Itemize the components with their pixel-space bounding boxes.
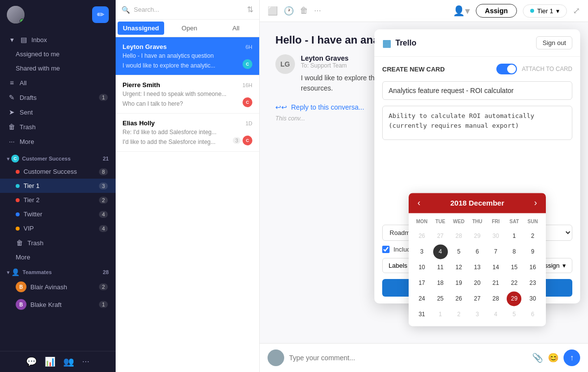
- cal-day[interactable]: 9: [525, 244, 540, 259]
- cal-day[interactable]: 18: [433, 276, 448, 290]
- include-checkbox[interactable]: [382, 246, 390, 253]
- tier-button[interactable]: Tier 1 ▾: [523, 4, 567, 18]
- tab-unassigned[interactable]: Unassigned: [118, 22, 164, 35]
- filter-icon[interactable]: ⇅: [247, 5, 253, 14]
- cal-day[interactable]: 31: [415, 307, 429, 322]
- assign-button[interactable]: Assign: [476, 4, 517, 18]
- sidebar-item-tier2[interactable]: Tier 2 2: [0, 193, 116, 207]
- sidebar: ✏ ▾ ▤ Inbox Assigned to me Shared with m…: [0, 0, 116, 372]
- sidebar-item-cs-more[interactable]: More: [0, 250, 116, 264]
- cal-day[interactable]: 12: [451, 260, 466, 275]
- cal-day[interactable]: 27: [433, 229, 448, 243]
- cal-day[interactable]: 28: [489, 291, 503, 306]
- clock-icon[interactable]: 🕐: [284, 6, 294, 16]
- cal-day-today[interactable]: 4: [433, 244, 448, 259]
- cal-day[interactable]: 25: [433, 291, 448, 306]
- sidebar-item-all[interactable]: ≡ All: [0, 75, 116, 90]
- sidebar-item-tier1[interactable]: Tier 1 3: [0, 179, 116, 193]
- create-card-toggle[interactable]: [496, 64, 517, 74]
- cal-day[interactable]: 5: [451, 244, 466, 259]
- cal-day[interactable]: 1: [507, 229, 521, 243]
- cal-day[interactable]: 4: [489, 307, 503, 322]
- cal-day[interactable]: 30: [525, 291, 540, 306]
- cal-day[interactable]: 3: [470, 307, 485, 322]
- cal-day[interactable]: 21: [489, 276, 503, 290]
- cal-day[interactable]: 19: [451, 276, 466, 290]
- cal-day[interactable]: 1: [433, 307, 448, 322]
- card-description[interactable]: Ability to calculate ROI automatically (…: [382, 106, 572, 140]
- conversation-item[interactable]: Pierre Smith 16H Urgent: I need to speak…: [116, 75, 259, 114]
- sidebar-item-shared-with-me[interactable]: Shared with me: [0, 61, 116, 75]
- comment-input[interactable]: [289, 354, 527, 362]
- sidebar-item-blake[interactable]: B Blake Kraft 1: [0, 296, 116, 313]
- cal-day[interactable]: 24: [415, 291, 429, 306]
- cal-day[interactable]: 13: [470, 260, 485, 275]
- snooze-icon[interactable]: ⬜: [268, 6, 278, 16]
- cal-day[interactable]: 2: [525, 229, 540, 243]
- contacts-icon[interactable]: 👥: [63, 356, 74, 367]
- more-toolbar-icon[interactable]: ···: [314, 6, 321, 16]
- cal-day[interactable]: 8: [507, 244, 521, 259]
- comment-bar: 📎 😊 ↑: [260, 343, 588, 372]
- cal-day[interactable]: 15: [507, 260, 521, 275]
- cal-day[interactable]: 3: [415, 244, 429, 259]
- sidebar-item-inbox[interactable]: ▾ ▤ Inbox: [0, 32, 116, 47]
- cal-day[interactable]: 17: [415, 276, 429, 290]
- cal-prev-button[interactable]: ‹: [416, 198, 422, 208]
- cal-day[interactable]: 26: [451, 291, 466, 306]
- emoji-icon[interactable]: 😊: [548, 352, 559, 363]
- cal-day[interactable]: 29: [470, 229, 485, 243]
- sender-avatar: LG: [275, 54, 295, 74]
- cal-day[interactable]: 27: [470, 291, 485, 306]
- cal-day[interactable]: 23: [525, 276, 540, 290]
- main-toolbar: ⬜ 🕐 🗑 ··· 👤▾ Assign Tier 1 ▾ ⤢: [260, 0, 588, 22]
- conversation-item[interactable]: Leyton Graves 6H Hello - I have an analy…: [116, 37, 259, 75]
- cal-day[interactable]: 30: [489, 229, 503, 243]
- sidebar-item-customer-success[interactable]: Customer Success 8: [0, 164, 116, 179]
- sidebar-item-assigned-to-me[interactable]: Assigned to me: [0, 47, 116, 61]
- cal-day[interactable]: 26: [415, 229, 429, 243]
- cal-day-selected[interactable]: 29: [507, 291, 521, 306]
- cal-day[interactable]: 7: [489, 244, 503, 259]
- chart-icon[interactable]: 📊: [45, 356, 55, 367]
- attachment-icon[interactable]: 📎: [532, 352, 543, 363]
- cal-day[interactable]: 16: [525, 260, 540, 275]
- compose-button[interactable]: ✏: [92, 6, 109, 23]
- sidebar-item-trash[interactable]: 🗑 Trash: [0, 119, 116, 134]
- cal-day[interactable]: 5: [507, 307, 521, 322]
- expand-icon[interactable]: ⤢: [573, 5, 580, 16]
- conv-avatar: C: [243, 136, 252, 145]
- tab-open[interactable]: Open: [166, 20, 213, 37]
- cs-section-icon: C: [11, 155, 19, 163]
- sidebar-item-more[interactable]: ··· More: [0, 134, 116, 149]
- sidebar-item-sent[interactable]: ➤ Sent: [0, 105, 116, 119]
- cal-next-button[interactable]: ›: [532, 198, 539, 208]
- cal-day[interactable]: 6: [525, 307, 540, 322]
- sidebar-item-cs-trash[interactable]: 🗑 Trash: [0, 235, 116, 250]
- teammates-section[interactable]: ▾ 👤 Teammates 28: [0, 264, 116, 278]
- customer-success-section[interactable]: ▾ C Customer Success 21: [0, 151, 116, 164]
- conversation-item[interactable]: Elias Holly 1D Re: I'd like to add Sales…: [116, 114, 259, 152]
- cal-day[interactable]: 20: [470, 276, 485, 290]
- chat-icon[interactable]: 💬: [26, 356, 37, 367]
- cal-day[interactable]: 2: [451, 307, 466, 322]
- cal-day[interactable]: 22: [507, 276, 521, 290]
- send-button[interactable]: ↑: [564, 349, 580, 366]
- cal-day[interactable]: 28: [451, 229, 466, 243]
- cal-day[interactable]: 10: [415, 260, 429, 275]
- day-sat: SAT: [505, 217, 524, 226]
- agent-select-button[interactable]: 👤▾: [453, 5, 470, 17]
- cal-day[interactable]: 11: [433, 260, 448, 275]
- tab-all[interactable]: All: [213, 20, 259, 37]
- sidebar-item-drafts[interactable]: ✎ Drafts 1: [0, 90, 116, 105]
- sidebar-item-vip[interactable]: VIP 4: [0, 221, 116, 235]
- sidebar-item-blair[interactable]: B Blair Avinash 2: [0, 278, 116, 296]
- search-input[interactable]: [134, 6, 243, 13]
- delete-icon[interactable]: 🗑: [300, 6, 308, 16]
- signout-button[interactable]: Sign out: [536, 36, 572, 49]
- settings-icon[interactable]: ···: [82, 356, 89, 367]
- sidebar-item-twitter[interactable]: Twitter 4: [0, 207, 116, 221]
- card-title-input[interactable]: [382, 81, 572, 100]
- cal-day[interactable]: 6: [470, 244, 485, 259]
- cal-day[interactable]: 14: [489, 260, 503, 275]
